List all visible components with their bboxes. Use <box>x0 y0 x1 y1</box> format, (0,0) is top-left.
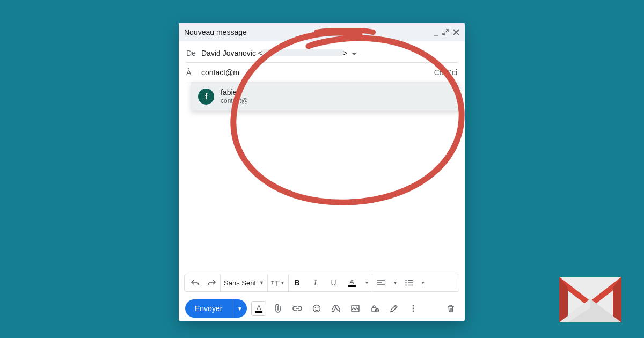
compose-titlebar[interactable]: Nouveau message _ <box>179 23 465 41</box>
contact-suggestions: f fabien contact@ <box>191 82 459 111</box>
to-row[interactable]: À contact@m Cc Cci <box>186 63 457 82</box>
formatting-toggle-button[interactable]: A <box>251 301 266 316</box>
to-input[interactable]: contact@m <box>201 68 239 77</box>
svg-point-0 <box>406 280 407 281</box>
compose-title: Nouveau message <box>184 28 247 36</box>
chevron-down-icon: ▼ <box>421 281 425 285</box>
message-body[interactable] <box>179 82 465 274</box>
more-icon[interactable] <box>406 301 421 316</box>
send-button-group: Envoyer ▼ <box>185 299 247 318</box>
expand-icon[interactable] <box>442 29 449 35</box>
chevron-down-icon: ▼ <box>281 281 285 285</box>
window-controls: _ <box>434 28 459 36</box>
bold-button[interactable]: B <box>292 274 303 291</box>
svg-point-10 <box>413 305 414 307</box>
contact-suggestion-item[interactable]: f fabien contact@ <box>192 83 459 110</box>
send-button[interactable]: Envoyer <box>185 299 232 318</box>
compose-window: Nouveau message _ De David Jovanovic <> <box>179 23 465 321</box>
svg-point-7 <box>356 307 357 308</box>
suggestion-email: contact@ <box>221 97 314 105</box>
cc-button[interactable]: Cc <box>434 68 443 77</box>
chevron-down-icon: ▼ <box>259 280 264 285</box>
send-more-button[interactable]: ▼ <box>232 299 247 318</box>
formatting-toolbar: Sans Serif ▼ TT ▼ B I U A ▼ ▼ <box>184 274 459 292</box>
trash-icon[interactable] <box>443 301 458 316</box>
chevron-down-icon: ▼ <box>393 281 397 285</box>
bcc-button[interactable]: Cci <box>447 68 457 77</box>
pen-icon[interactable] <box>386 301 401 316</box>
emoji-icon[interactable] <box>309 301 324 316</box>
avatar: f <box>198 89 214 105</box>
gmail-logo-icon <box>558 274 623 325</box>
font-family-select[interactable]: Sans Serif ▼ <box>224 279 264 287</box>
send-toolbar: Envoyer ▼ A <box>179 296 465 321</box>
svg-point-3 <box>313 305 320 312</box>
svg-point-2 <box>406 284 407 285</box>
list-button[interactable] <box>404 274 414 291</box>
from-label: De <box>186 49 197 57</box>
drive-icon[interactable] <box>328 301 343 316</box>
confidential-lock-icon[interactable] <box>367 301 382 316</box>
svg-point-4 <box>315 307 316 308</box>
text-color-button[interactable]: A <box>347 274 357 291</box>
minimize-icon[interactable]: _ <box>434 28 438 36</box>
underline-button[interactable]: U <box>328 274 339 291</box>
svg-point-12 <box>413 311 414 312</box>
svg-point-11 <box>413 308 414 310</box>
from-chevron-down-icon[interactable] <box>352 49 357 57</box>
from-value: David Jovanovic <> <box>201 49 347 57</box>
chevron-down-icon: ▼ <box>365 281 369 285</box>
close-icon[interactable] <box>453 29 459 35</box>
attach-icon[interactable] <box>270 301 286 316</box>
svg-point-5 <box>318 307 319 308</box>
link-icon[interactable] <box>290 301 305 316</box>
to-label: À <box>186 68 197 77</box>
from-row[interactable]: De David Jovanovic <> <box>186 43 457 63</box>
suggestion-name: fabien <box>221 88 314 97</box>
redacted-domain <box>250 98 314 104</box>
italic-button[interactable]: I <box>310 274 321 291</box>
image-icon[interactable] <box>348 301 363 316</box>
redo-icon[interactable] <box>206 274 217 291</box>
undo-icon[interactable] <box>190 274 201 291</box>
align-button[interactable] <box>376 274 386 291</box>
text-size-icon[interactable]: TT ▼ <box>271 274 285 291</box>
compose-fields: De David Jovanovic <> À contact@m Cc Cci <box>179 41 465 82</box>
svg-point-1 <box>406 282 407 283</box>
suggestion-info: fabien contact@ <box>221 88 314 105</box>
redacted-email <box>262 49 343 56</box>
